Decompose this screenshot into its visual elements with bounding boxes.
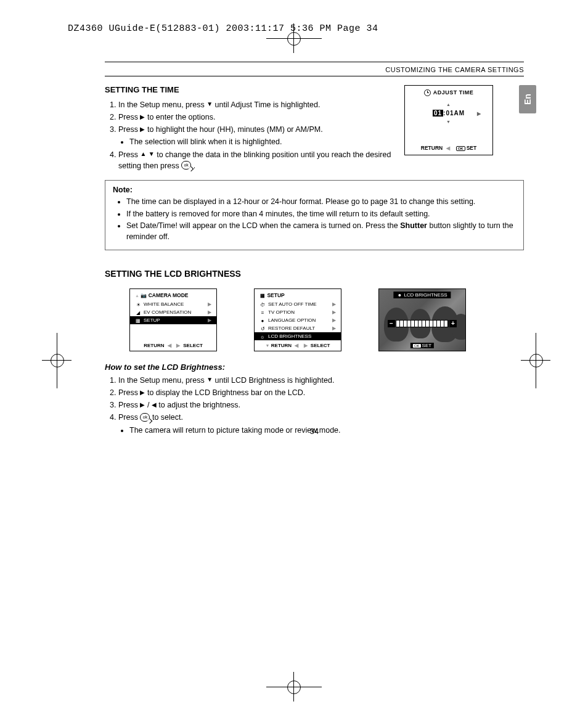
lcd-camera-mode: ▲ 📷 CAMERA MODE ☀WHITE BALANCE▶ ◢EV COMP…: [129, 288, 217, 351]
menu-item: SETUP: [144, 317, 160, 323]
menu-item: SET AUTO OFF TIME: [268, 301, 317, 307]
ok-icon: OK: [413, 344, 421, 348]
section-header: CUSTOMIZING THE CAMERA SETTINGS: [68, 66, 524, 73]
heading-lcd-brightness: SETTING THE LCD BRIGHTNESS: [105, 269, 524, 279]
up-arrow-icon: ▲: [135, 293, 139, 298]
right-arrow-icon: ▶: [332, 309, 336, 315]
step: to highlight the hour (HH), minutes (MM)…: [145, 125, 322, 134]
minus-icon: −: [388, 320, 395, 327]
down-arrow-icon: ▼: [206, 375, 213, 385]
setup-icon: ▦: [259, 293, 266, 298]
step: Press: [118, 125, 140, 134]
ok-icon: ok: [140, 413, 150, 422]
menu-item: RESTORE DEFAULT: [268, 325, 315, 331]
left-arrow-icon: ◀: [152, 401, 157, 410]
time-rest: :01AM: [443, 110, 465, 117]
substep: The selection will blink when it is high…: [129, 136, 414, 147]
lcd-set: SET: [422, 343, 432, 348]
lcd-panels: ▲ 📷 CAMERA MODE ☀WHITE BALANCE▶ ◢EV COMP…: [129, 288, 524, 351]
substep: The camera will return to picture taking…: [129, 425, 524, 436]
step: to change the data in the blinking posit…: [118, 150, 391, 170]
ok-icon: OK: [456, 146, 465, 151]
right-arrow-icon: ▶: [304, 343, 308, 348]
language-icon: ●: [259, 318, 266, 323]
page-content: CUSTOMIZING THE CAMERA SETTINGS En SETTI…: [68, 62, 530, 660]
lcd-title: SETUP: [267, 292, 284, 298]
step: /: [145, 401, 151, 409]
note-box: Note: The time can be displayed in a 12-…: [105, 180, 524, 250]
lcd-title: CAMERA MODE: [149, 292, 189, 298]
right-arrow-icon: ▶: [140, 401, 145, 410]
step: to enter the options.: [145, 113, 215, 121]
time-hour: 01: [433, 110, 443, 117]
cropmark-bottom: [285, 678, 303, 697]
right-arrow-icon: ▶: [332, 317, 336, 323]
howto-heading: How to set the LCD Brightness:: [105, 362, 524, 372]
step: Press: [118, 113, 140, 121]
menu-item: LANGUAGE OPTION: [268, 317, 316, 323]
brightness-slider: − +: [388, 320, 457, 327]
lcd-brightness-preview: LCD BRIGHTNESS − + OKSET: [378, 288, 466, 351]
right-arrow-icon: ▶: [332, 325, 336, 331]
right-arrow-icon: ▶: [140, 388, 145, 398]
page-number: 34: [310, 427, 319, 436]
steps-time: In the Setup menu, press ▼ until Adjust …: [105, 99, 414, 171]
up-arrow-icon: ▲: [446, 102, 451, 107]
menu-item: EV COMPENSATION: [144, 309, 191, 315]
lcd-return: RETURN: [421, 145, 443, 151]
clock-icon: [424, 89, 431, 96]
note-item: If the battery is removed for more than …: [126, 209, 516, 220]
note-title: Note:: [113, 186, 516, 194]
setup-icon: ▦: [135, 318, 141, 323]
restore-icon: ↺: [259, 326, 266, 331]
down-arrow-icon: ▼: [266, 343, 270, 348]
menu-item: WHITE BALANCE: [144, 301, 184, 307]
brightness-icon: ☼: [259, 334, 266, 339]
ev-icon: ◢: [135, 310, 141, 315]
lcd-title: LCD BRIGHTNESS: [404, 292, 447, 298]
cropmark-left: [48, 351, 67, 370]
left-arrow-icon: ◀: [295, 343, 298, 348]
brightness-icon: [397, 293, 402, 298]
tv-icon: ≡: [259, 310, 266, 315]
print-runhead: DZ4360 UGuide-E(512883-01) 2003:11:17 5:…: [68, 23, 378, 34]
timer-icon: ⏱: [259, 302, 266, 307]
right-arrow-icon: ▶: [140, 125, 145, 134]
down-arrow-icon: ▼: [149, 150, 155, 159]
menu-item: LCD BRIGHTNESS: [268, 333, 311, 339]
left-arrow-icon: ◀: [446, 145, 450, 151]
lcd-setup-menu: ▦ SETUP ⏱SET AUTO OFF TIME▶ ≡TV OPTION▶ …: [254, 288, 341, 351]
lcd-return: RETURN: [144, 343, 164, 348]
step: Press: [118, 413, 140, 422]
down-arrow-icon: ▼: [446, 120, 451, 124]
lcd-set: SET: [467, 145, 477, 151]
ok-icon: ok: [181, 161, 191, 170]
step: Press: [118, 388, 140, 397]
note-item: The time can be displayed in a 12-hour o…: [126, 197, 516, 208]
right-arrow-icon: ▶: [477, 110, 481, 116]
right-arrow-icon: ▶: [208, 317, 211, 323]
right-arrow-icon: ▶: [208, 309, 211, 315]
plus-icon: +: [449, 320, 457, 327]
lcd-return: RETURN: [271, 343, 292, 348]
step: to select.: [150, 413, 183, 422]
cropmark-top: [285, 30, 303, 48]
lcd-select: SELECT: [183, 343, 203, 348]
step: Press: [118, 150, 140, 159]
note-item: Set Date/Time! will appear on the LCD wh…: [126, 221, 516, 242]
camera-icon: 📷: [141, 293, 147, 298]
down-arrow-icon: ▼: [206, 100, 213, 109]
up-arrow-icon: ▲: [140, 150, 146, 159]
step: In the Setup menu, press: [118, 376, 206, 385]
left-arrow-icon: ◀: [168, 343, 171, 348]
step: In the Setup menu, press: [118, 100, 206, 109]
lcd-select: SELECT: [311, 343, 330, 348]
right-arrow-icon: ▶: [208, 301, 211, 307]
step: to adjust the brightness.: [157, 401, 240, 409]
lcd-title: ADJUST TIME: [433, 89, 474, 96]
right-arrow-icon: ▶: [176, 343, 180, 348]
right-arrow-icon: ▶: [332, 301, 336, 307]
step: until Adjust Time is highlighted.: [213, 100, 320, 109]
menu-item: TV OPTION: [268, 309, 295, 315]
step: Press: [118, 401, 140, 409]
